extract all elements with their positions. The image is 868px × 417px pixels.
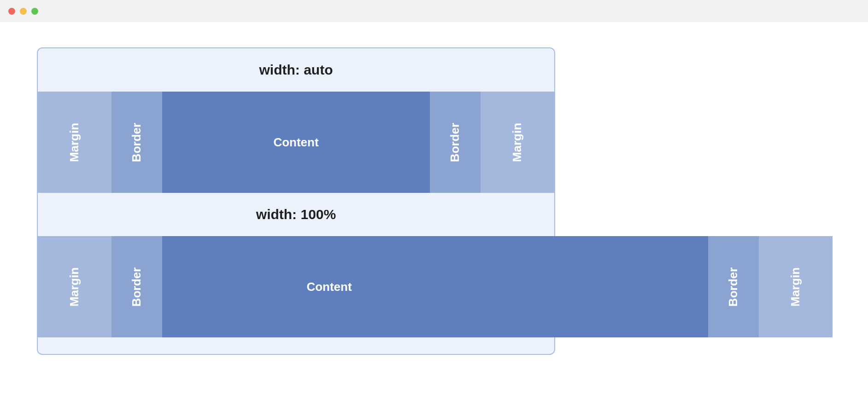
margin-label: Margin	[67, 122, 82, 162]
box-model-row-auto: Margin Border Content Border Margin	[38, 92, 554, 193]
margin-left-segment: Margin	[38, 236, 111, 337]
border-label: Border	[448, 122, 463, 162]
content-label: Content	[306, 280, 352, 294]
border-right-segment: Border	[708, 236, 759, 337]
border-left-segment: Border	[111, 236, 162, 337]
close-icon[interactable]	[8, 8, 15, 15]
margin-left-segment: Margin	[38, 92, 111, 193]
window-titlebar	[0, 0, 868, 22]
content-segment: Content	[162, 92, 430, 193]
margin-label: Margin	[788, 267, 803, 306]
margin-right-segment: Margin	[759, 236, 833, 337]
border-left-segment: Border	[111, 92, 162, 193]
box-model-row-100: Margin Border Content Border Margin	[38, 236, 833, 337]
content-label: Content	[273, 135, 318, 150]
margin-label: Margin	[67, 267, 82, 306]
border-label: Border	[130, 122, 144, 162]
content-segment: Content	[162, 236, 708, 337]
heading-width-100: width: 100%	[38, 193, 554, 236]
margin-right-segment: Margin	[481, 92, 554, 193]
margin-label: Margin	[510, 122, 524, 162]
heading-width-auto: width: auto	[38, 48, 554, 92]
border-label: Border	[727, 267, 741, 306]
parent-container: width: auto Margin Border Content Border…	[37, 47, 555, 355]
zoom-icon[interactable]	[31, 8, 38, 15]
border-right-segment: Border	[430, 92, 481, 193]
diagram-canvas: width: auto Margin Border Content Border…	[0, 22, 868, 355]
minimize-icon[interactable]	[20, 8, 27, 15]
border-label: Border	[130, 267, 144, 306]
